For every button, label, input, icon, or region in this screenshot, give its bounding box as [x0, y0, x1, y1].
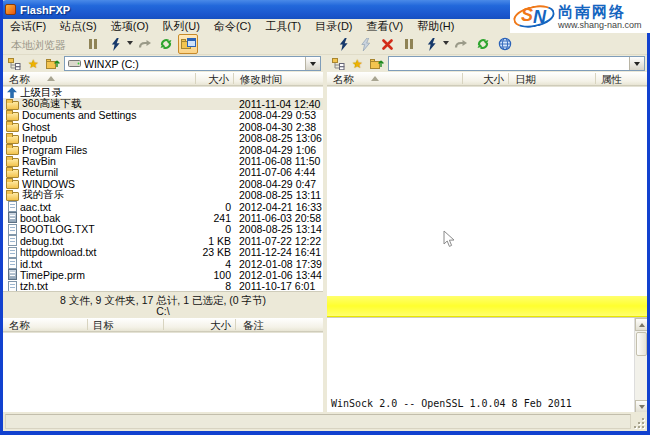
- list-item[interactable]: debug.txt1 KB2011-07-22 12:22: [3, 235, 323, 246]
- file-size: 4: [225, 258, 231, 270]
- remote-folder-tree-button[interactable]: [329, 56, 348, 71]
- list-item[interactable]: RavBin2011-06-08 11:50: [3, 155, 323, 166]
- file-date: 2008-08-25 13:06: [239, 132, 322, 144]
- scrollbar-thumb[interactable]: [636, 332, 647, 356]
- menu-item-7[interactable]: 目录(D): [308, 19, 359, 34]
- connect-lightning-icon: [338, 38, 349, 51]
- local-path-combobox[interactable]: WINXP (C:): [64, 56, 321, 71]
- column-size[interactable]: 大小: [3, 73, 229, 87]
- remote-column-attr[interactable]: 属性: [601, 73, 622, 87]
- site-manager-button[interactable]: [495, 34, 515, 54]
- disconnect-button[interactable]: [355, 34, 375, 54]
- list-item[interactable]: Documents and Settings2008-04-29 0:53: [3, 110, 323, 121]
- remote-column-size[interactable]: 大小: [327, 73, 504, 87]
- file-name: Inetpub: [22, 132, 57, 144]
- folder-icon: [6, 101, 19, 110]
- file-date: 2008-04-29 1:06: [239, 144, 316, 156]
- file-name: Returnil: [22, 166, 58, 178]
- list-item[interactable]: 360高速下载2011-11-04 12:40: [3, 98, 323, 109]
- pause-button[interactable]: [83, 34, 103, 54]
- menu-item-6[interactable]: 工具(T): [258, 19, 308, 34]
- connect-button[interactable]: [333, 34, 353, 54]
- transfer-mode-button[interactable]: [105, 34, 125, 54]
- file-name: tzh.txt: [20, 280, 48, 291]
- window-status-bar: [3, 412, 647, 431]
- menu-item-1[interactable]: 会话(F): [3, 19, 53, 34]
- remote-favorites-button[interactable]: ★: [348, 56, 367, 71]
- folder-icon: [6, 180, 19, 189]
- sysfile-icon: [8, 212, 17, 223]
- brand-url: www.shang-nan.com: [558, 21, 642, 30]
- list-item[interactable]: Inetpub2008-08-25 13:06: [3, 133, 323, 144]
- column-modified[interactable]: 修改时间: [240, 73, 282, 87]
- remote-transfer-mode-button[interactable]: [421, 34, 441, 54]
- menu-item-5[interactable]: 命令(C): [207, 19, 258, 34]
- file-name: httpdownload.txt: [20, 246, 96, 258]
- file-icon: [8, 235, 17, 246]
- favorites-star-icon: ★: [28, 58, 39, 70]
- sysfile-icon: [8, 269, 17, 280]
- local-status-path: C:\: [3, 306, 323, 317]
- log-pane[interactable]: WinSock 2.0 -- OpenSSL 1.0.04 8 Feb 2011: [327, 317, 647, 412]
- list-item[interactable]: boot.bak2412011-06-03 20:58: [3, 212, 323, 223]
- view-toggle-button[interactable]: [178, 34, 198, 54]
- file-size: 100: [213, 269, 231, 281]
- list-item[interactable]: tzh.txt82011-10-17 6:01: [3, 281, 323, 291]
- menu-item-8[interactable]: 查看(V): [360, 19, 411, 34]
- dropdown-arrow-icon[interactable]: [443, 41, 449, 45]
- list-item[interactable]: httpdownload.txt23 KB2011-12-24 16:41: [3, 246, 323, 257]
- resize-grip[interactable]: [632, 416, 644, 428]
- list-item[interactable]: Ghost2008-04-30 2:38: [3, 121, 323, 132]
- folder-icon: [6, 112, 19, 121]
- file-name: TimePipe.prm: [20, 269, 85, 281]
- remote-file-list[interactable]: [327, 86, 647, 295]
- brand-name: 尚南网络: [558, 4, 626, 19]
- local-pane: ★ WINXP (C:) 名称 大小 修改时间 上级目录360高速下载2011-…: [3, 55, 323, 412]
- favorites-button[interactable]: ★: [24, 56, 43, 71]
- pause-icon: [405, 39, 413, 49]
- remote-path-combobox[interactable]: [388, 56, 645, 71]
- up-arrow-icon: [7, 87, 17, 98]
- file-size: 0: [225, 201, 231, 213]
- remote-queue-transfer-button[interactable]: [451, 34, 471, 54]
- list-item[interactable]: Returnil2011-07-06 4:44: [3, 167, 323, 178]
- remote-column-date[interactable]: 日期: [515, 73, 536, 87]
- refresh-icon: [476, 37, 490, 51]
- file-name: BOOTLOG.TXT: [20, 223, 95, 235]
- folder-up-button[interactable]: [43, 56, 62, 71]
- globe-icon: [498, 37, 512, 51]
- queue-transfer-button[interactable]: [135, 34, 155, 54]
- file-date: 2011-10-17 6:01: [239, 280, 315, 291]
- remote-pause-button[interactable]: [399, 34, 419, 54]
- queue-column-remark[interactable]: 备注: [243, 319, 264, 333]
- dropdown-arrow-icon[interactable]: [127, 41, 133, 45]
- queue-column-size[interactable]: 大小: [3, 319, 231, 333]
- list-item[interactable]: TimePipe.prm1002012-01-06 13:44: [3, 269, 323, 280]
- file-date: 2008-04-29 0:53: [239, 109, 316, 121]
- list-item[interactable]: aac.txt02012-04-21 16:33: [3, 201, 323, 212]
- list-item[interactable]: Program Files2008-04-29 1:06: [3, 144, 323, 155]
- menu-item-2[interactable]: 站点(S): [53, 19, 104, 34]
- menubar: 会话(F)站点(S)选项(O)队列(U)命令(C)工具(T)目录(D)查看(V)…: [3, 19, 513, 33]
- list-item[interactable]: BOOTLOG.TXT02008-08-25 13:14: [3, 224, 323, 235]
- local-path-dropdown-button[interactable]: [305, 57, 320, 70]
- folder-tree-button[interactable]: [5, 56, 24, 71]
- abort-button[interactable]: [377, 34, 397, 54]
- list-item[interactable]: id.txt42012-01-08 17:39: [3, 258, 323, 269]
- remote-minibar: ★: [327, 55, 647, 72]
- file-icon: [8, 258, 17, 269]
- list-item[interactable]: 我的音乐2008-08-25 13:11: [3, 190, 323, 201]
- queue-list[interactable]: [3, 332, 323, 412]
- menu-item-9[interactable]: 帮助(H): [410, 19, 461, 34]
- file-date: 2012-01-06 13:44: [239, 269, 322, 281]
- menu-item-4[interactable]: 队列(U): [156, 19, 207, 34]
- file-date: 2011-11-04 12:40: [239, 98, 320, 110]
- refresh-button[interactable]: [156, 34, 176, 54]
- remote-folder-up-button[interactable]: [367, 56, 386, 71]
- log-scrollbar[interactable]: [634, 318, 647, 413]
- remote-refresh-button[interactable]: [473, 34, 493, 54]
- file-size: 0: [225, 223, 231, 235]
- window-border: [0, 0, 3, 435]
- menu-item-3[interactable]: 选项(O): [104, 19, 156, 34]
- remote-path-dropdown-button[interactable]: [629, 57, 644, 70]
